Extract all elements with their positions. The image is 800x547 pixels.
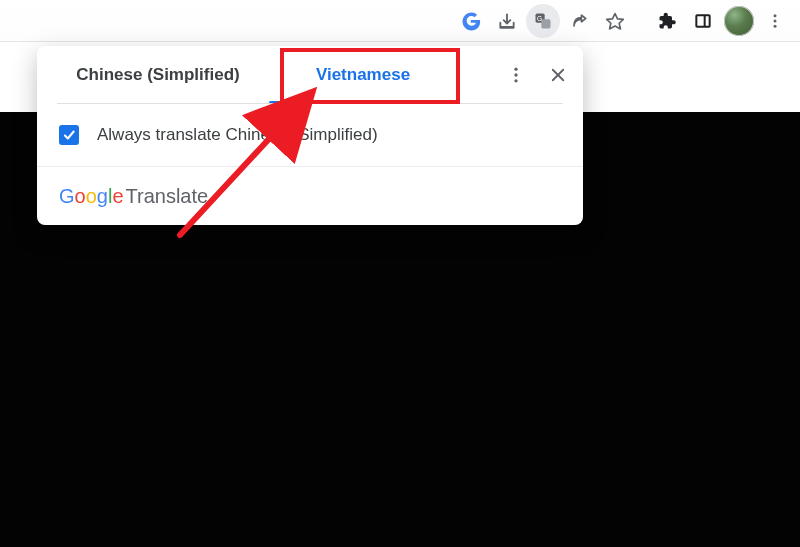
svg-point-7 xyxy=(774,14,777,17)
translate-popup: Chinese (Simplified) Vietnamese Always t… xyxy=(37,46,583,225)
language-tabs: Chinese (Simplified) Vietnamese xyxy=(37,46,583,104)
svg-marker-4 xyxy=(607,13,624,28)
install-download-icon[interactable] xyxy=(490,4,524,38)
kebab-menu-icon[interactable] xyxy=(758,4,792,38)
google-g-icon[interactable] xyxy=(454,4,488,38)
extensions-puzzle-icon[interactable] xyxy=(650,4,684,38)
share-icon[interactable] xyxy=(562,4,596,38)
translate-word: Translate xyxy=(126,185,209,208)
svg-rect-2 xyxy=(541,19,550,28)
tab-target-label: Vietnamese xyxy=(316,65,410,85)
tab-target-language[interactable]: Vietnamese xyxy=(269,46,457,104)
always-translate-row[interactable]: Always translate Chinese (Simplified) xyxy=(37,104,583,167)
svg-text:G: G xyxy=(537,15,542,22)
tabs-separator xyxy=(57,103,563,104)
tab-source-label: Chinese (Simplified) xyxy=(76,65,239,85)
bookmark-star-icon[interactable] xyxy=(598,4,632,38)
side-panel-icon[interactable] xyxy=(686,4,720,38)
translate-footer: Google Translate xyxy=(37,167,583,225)
translate-icon[interactable]: G xyxy=(526,4,560,38)
svg-point-9 xyxy=(774,24,777,27)
svg-point-12 xyxy=(514,79,517,82)
tab-source-language[interactable]: Chinese (Simplified) xyxy=(47,46,269,104)
always-translate-label: Always translate Chinese (Simplified) xyxy=(97,125,378,145)
google-translate-logo: Google Translate xyxy=(59,185,208,208)
profile-avatar[interactable] xyxy=(722,4,756,38)
browser-toolbar: G xyxy=(0,0,800,42)
always-translate-checkbox[interactable] xyxy=(59,125,79,145)
svg-point-10 xyxy=(514,68,517,71)
translate-options-kebab-icon[interactable] xyxy=(495,54,537,96)
svg-point-11 xyxy=(514,73,517,76)
close-icon[interactable] xyxy=(537,54,579,96)
svg-rect-5 xyxy=(696,15,709,27)
svg-point-8 xyxy=(774,19,777,22)
